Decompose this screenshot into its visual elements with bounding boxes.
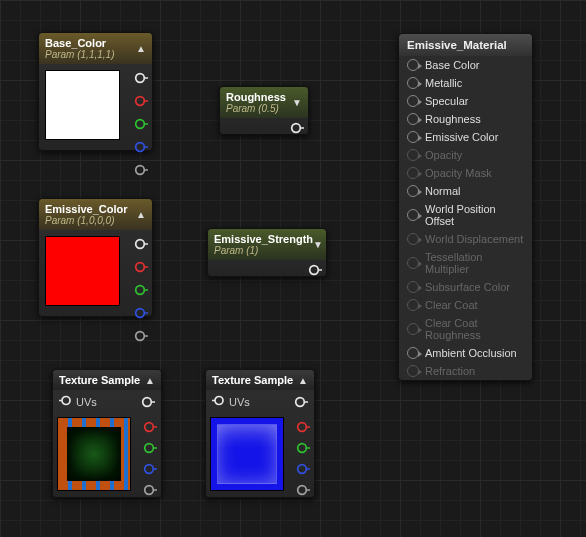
input-pin-icon	[407, 233, 419, 245]
input-pin-icon[interactable]	[407, 113, 419, 125]
material-input-opacity: Opacity	[399, 146, 532, 164]
output-pin-r[interactable]	[142, 419, 157, 434]
svg-point-16	[144, 464, 153, 473]
texture-preview[interactable]	[57, 417, 131, 491]
output-pin-r[interactable]	[133, 93, 148, 108]
svg-point-15	[144, 443, 153, 452]
svg-point-8	[135, 308, 144, 317]
output-pin-scalar[interactable]	[307, 262, 322, 277]
output-pin-a[interactable]	[295, 482, 310, 497]
texture-preview[interactable]	[210, 417, 284, 491]
node-header[interactable]: Emissive_Strength Param (1) ▼	[208, 229, 326, 260]
input-pin-icon[interactable]	[407, 77, 419, 89]
material-input-clear-coat: Clear Coat	[399, 296, 532, 314]
output-pin-b[interactable]	[142, 461, 157, 476]
output-pin-r[interactable]	[133, 259, 148, 274]
svg-point-0	[135, 73, 144, 82]
output-pin-r[interactable]	[295, 419, 310, 434]
material-input-label: Subsurface Color	[425, 281, 510, 293]
svg-point-2	[135, 119, 144, 128]
color-swatch[interactable]	[45, 70, 120, 140]
output-pin-b[interactable]	[133, 139, 148, 154]
material-input-clear-coat-roughness: Clear Coat Roughness	[399, 314, 532, 344]
material-input-ambient-occlusion[interactable]: Ambient Occlusion	[399, 344, 532, 362]
svg-point-11	[309, 265, 318, 274]
output-pin-rgba[interactable]	[133, 70, 148, 85]
output-pin-a[interactable]	[133, 328, 148, 343]
material-input-metallic[interactable]: Metallic	[399, 74, 532, 92]
input-label-uvs: UVs	[76, 396, 97, 408]
output-pin-rgba[interactable]	[293, 394, 308, 409]
svg-point-23	[297, 485, 306, 494]
material-input-label: Clear Coat Roughness	[425, 317, 524, 341]
node-header[interactable]: Emissive_Color Param (1,0,0,0) ▲	[39, 199, 152, 230]
material-input-label: Opacity	[425, 149, 462, 161]
node-header[interactable]: Roughness Param (0.5) ▼	[220, 87, 308, 118]
material-input-world-position-offset[interactable]: World Position Offset	[399, 200, 532, 230]
material-input-emissive-color[interactable]: Emissive Color	[399, 128, 532, 146]
material-input-world-displacement: World Displacement	[399, 230, 532, 248]
material-input-label: Base Color	[425, 59, 479, 71]
svg-point-4	[135, 165, 144, 174]
output-pin-g[interactable]	[133, 116, 148, 131]
material-input-base-color[interactable]: Base Color	[399, 56, 532, 74]
node-texture-sample-b[interactable]: Texture Sample ▲ UVs	[205, 369, 315, 498]
collapse-icon[interactable]: ▲	[136, 209, 146, 220]
material-input-label: Refraction	[425, 365, 475, 377]
input-pin-icon[interactable]	[407, 185, 419, 197]
material-input-roughness[interactable]: Roughness	[399, 110, 532, 128]
node-header[interactable]: Texture Sample ▲	[53, 370, 161, 390]
collapse-icon[interactable]: ▲	[136, 43, 146, 54]
material-input-label: Opacity Mask	[425, 167, 492, 179]
expand-icon[interactable]: ▼	[292, 97, 302, 108]
input-pin-uvs[interactable]	[212, 394, 225, 409]
node-title: Emissive_Strength	[214, 233, 313, 245]
input-pin-icon	[407, 149, 419, 161]
output-pin-g[interactable]	[142, 440, 157, 455]
input-pin-icon[interactable]	[407, 347, 419, 359]
material-result-node[interactable]: Emissive_Material Base ColorMetallicSpec…	[398, 33, 533, 381]
svg-point-14	[144, 422, 153, 431]
output-pin-a[interactable]	[142, 482, 157, 497]
material-input-specular[interactable]: Specular	[399, 92, 532, 110]
input-pin-icon[interactable]	[407, 95, 419, 107]
input-pin-icon[interactable]	[407, 209, 419, 221]
material-input-label: Roughness	[425, 113, 481, 125]
input-pin-uvs[interactable]	[59, 394, 72, 409]
svg-point-19	[295, 397, 304, 406]
output-pin-scalar[interactable]	[289, 120, 304, 135]
node-title: Roughness	[226, 91, 286, 103]
material-input-label: Specular	[425, 95, 468, 107]
node-emissive-strength[interactable]: Emissive_Strength Param (1) ▼	[207, 228, 327, 277]
node-header[interactable]: Texture Sample ▲	[206, 370, 314, 390]
output-pin-g[interactable]	[133, 282, 148, 297]
material-input-normal[interactable]: Normal	[399, 182, 532, 200]
node-texture-sample-a[interactable]: Texture Sample ▲ UVs	[52, 369, 162, 498]
node-roughness[interactable]: Roughness Param (0.5) ▼	[219, 86, 309, 135]
input-pin-icon[interactable]	[407, 59, 419, 71]
node-emissive-color[interactable]: Emissive_Color Param (1,0,0,0) ▲	[38, 198, 153, 317]
output-pin-b[interactable]	[133, 305, 148, 320]
output-pin-rgba[interactable]	[140, 394, 155, 409]
output-pin-rgba[interactable]	[133, 236, 148, 251]
svg-point-10	[291, 123, 300, 132]
output-pin-b[interactable]	[295, 461, 310, 476]
node-base-color[interactable]: Base_Color Param (1,1,1,1) ▲	[38, 32, 153, 151]
input-pin-icon	[407, 365, 419, 377]
node-subtitle: Param (1,0,0,0)	[45, 215, 128, 226]
expand-icon[interactable]: ▼	[313, 239, 323, 250]
input-pin-icon[interactable]	[407, 131, 419, 143]
collapse-icon[interactable]: ▲	[298, 375, 308, 386]
node-header[interactable]: Base_Color Param (1,1,1,1) ▲	[39, 33, 152, 64]
collapse-icon[interactable]: ▲	[145, 375, 155, 386]
output-pin-a[interactable]	[133, 162, 148, 177]
material-input-tessellation-multiplier: Tessellation Multiplier	[399, 248, 532, 278]
input-pin-icon	[407, 281, 419, 293]
svg-point-7	[135, 285, 144, 294]
input-pin-icon	[407, 299, 419, 311]
svg-point-1	[135, 96, 144, 105]
color-swatch[interactable]	[45, 236, 120, 306]
svg-point-6	[135, 262, 144, 271]
material-input-label: Normal	[425, 185, 460, 197]
output-pin-g[interactable]	[295, 440, 310, 455]
